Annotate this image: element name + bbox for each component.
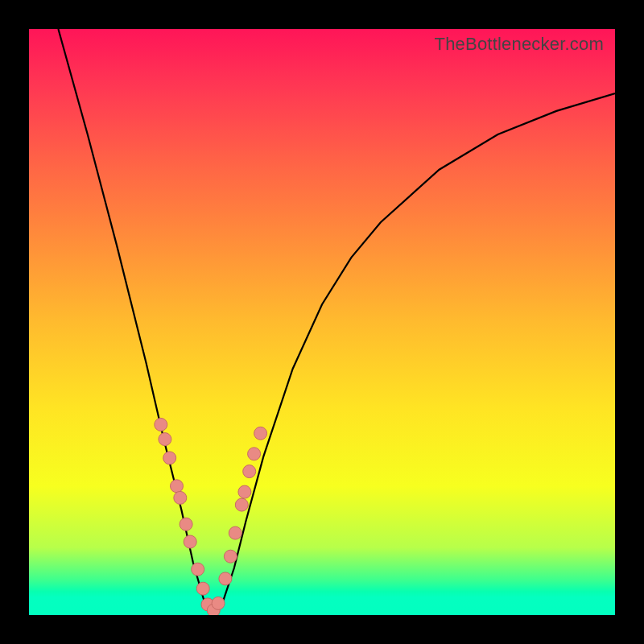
data-point: [184, 535, 196, 548]
data-point: [155, 418, 167, 431]
data-point: [174, 491, 187, 504]
watermark-label: TheBottlenecker.com: [435, 34, 604, 55]
plot-area: TheBottlenecker.com: [29, 29, 615, 615]
data-point: [180, 518, 192, 530]
data-point: [219, 572, 232, 585]
data-point: [243, 465, 256, 478]
data-points-group: [155, 418, 267, 615]
data-point: [212, 597, 225, 609]
chart-svg: [29, 29, 615, 615]
data-point: [235, 498, 248, 511]
data-point: [192, 563, 204, 576]
data-point: [238, 485, 251, 498]
bottleneck-curve: [58, 29, 615, 612]
data-point: [248, 448, 261, 460]
data-point: [224, 550, 237, 563]
data-point: [171, 480, 184, 493]
data-point: [163, 452, 176, 464]
data-point: [254, 427, 267, 440]
chart-frame: TheBottlenecker.com: [0, 0, 644, 644]
data-point: [196, 582, 209, 595]
data-point: [229, 526, 242, 539]
data-point: [159, 433, 171, 446]
